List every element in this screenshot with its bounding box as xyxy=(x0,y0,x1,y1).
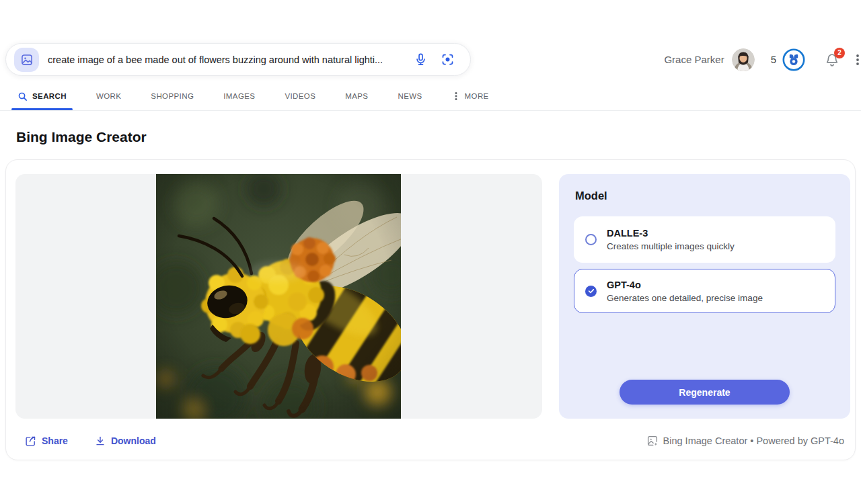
tab-search[interactable]: SEARCH xyxy=(17,82,67,110)
primary-nav: SEARCH WORK SHOPPING IMAGES VIDEOS MAPS … xyxy=(0,82,861,111)
model-option-description: Generates one detailed, precise image xyxy=(607,293,763,303)
tab-videos[interactable]: VIDEOS xyxy=(285,82,315,110)
check-icon xyxy=(588,288,595,294)
model-panel-title: Model xyxy=(575,190,835,202)
visual-search-icon xyxy=(441,52,455,67)
download-button[interactable]: Download xyxy=(95,435,156,446)
user-name[interactable]: Grace Parker xyxy=(664,54,724,65)
image-creator-icon xyxy=(646,435,659,447)
microphone-button[interactable] xyxy=(407,46,434,73)
notifications-button[interactable]: 2 xyxy=(825,52,839,67)
tab-work[interactable]: WORK xyxy=(96,82,121,110)
model-panel: Model DALLE-3 Creates multiple images qu… xyxy=(559,174,850,419)
search-magnifier-icon xyxy=(17,91,28,101)
tab-images[interactable]: IMAGES xyxy=(223,82,255,110)
user-area: Grace Parker 5 xyxy=(632,43,861,76)
tab-shopping[interactable]: SHOPPING xyxy=(151,82,194,110)
powered-by-credit: Bing Image Creator • Powered by GPT-4o xyxy=(646,435,844,447)
search-bar xyxy=(5,43,471,76)
generated-bee-image[interactable] xyxy=(156,174,401,419)
radio-gpt4o[interactable] xyxy=(585,286,597,297)
image-prompt-chip[interactable] xyxy=(14,48,39,72)
page-title: Bing Image Creator xyxy=(16,129,147,145)
image-icon xyxy=(20,53,34,67)
overflow-menu-icon[interactable] xyxy=(852,52,861,67)
tab-news[interactable]: NEWS xyxy=(398,82,422,110)
rewards-points[interactable]: 5 xyxy=(771,54,776,65)
search-input[interactable] xyxy=(48,54,407,65)
card-footer: Share Download xyxy=(25,433,844,449)
regenerate-button[interactable]: Regenerate xyxy=(620,380,790,405)
visual-search-button[interactable] xyxy=(434,46,461,73)
model-option-gpt4o[interactable]: GPT-4o Generates one detailed, precise i… xyxy=(574,269,835,313)
tab-more[interactable]: MORE xyxy=(452,82,489,110)
avatar[interactable] xyxy=(732,48,755,71)
share-button[interactable]: Share xyxy=(25,435,68,447)
microphone-icon xyxy=(414,52,428,67)
model-option-description: Creates multiple images quickly xyxy=(607,241,735,251)
radio-dalle3[interactable] xyxy=(585,234,597,245)
active-tab-underline xyxy=(11,108,73,110)
download-icon xyxy=(95,435,106,446)
model-option-dalle3[interactable]: DALLE-3 Creates multiple images quickly xyxy=(574,216,835,263)
generated-image-panel xyxy=(15,174,542,419)
creator-card: Model DALLE-3 Creates multiple images qu… xyxy=(5,159,856,460)
model-option-name: DALLE-3 xyxy=(607,228,735,239)
share-icon xyxy=(25,435,36,447)
more-dots-icon xyxy=(452,91,460,101)
model-option-name: GPT-4o xyxy=(607,280,763,290)
rewards-medal-icon[interactable] xyxy=(782,48,805,71)
tab-maps[interactable]: MAPS xyxy=(345,82,368,110)
notification-badge: 2 xyxy=(834,48,845,58)
